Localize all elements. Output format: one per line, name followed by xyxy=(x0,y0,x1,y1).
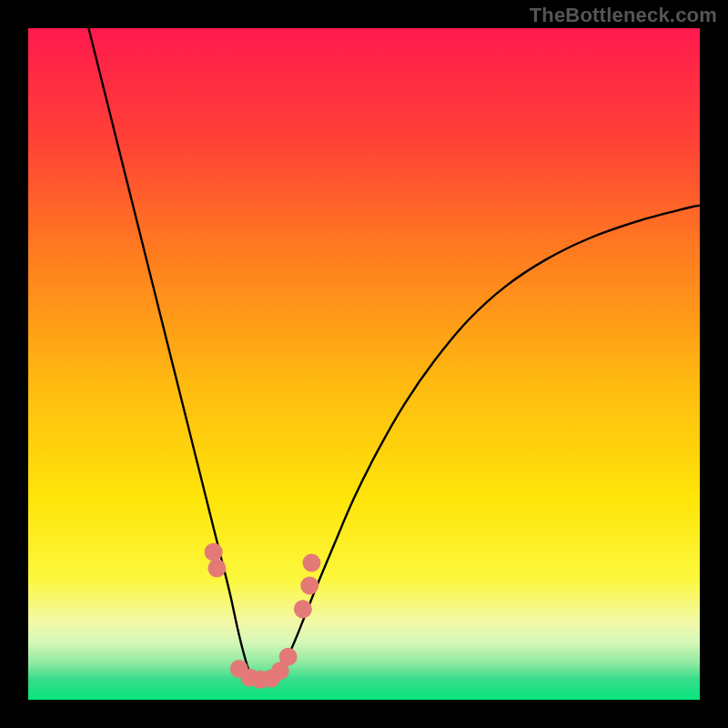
chart-svg xyxy=(28,28,700,700)
chart-frame: TheBottleneck.com xyxy=(0,0,728,728)
attribution-text: TheBottleneck.com xyxy=(530,4,717,27)
data-dot xyxy=(207,559,226,577)
gradient-background xyxy=(28,28,700,700)
data-dot xyxy=(302,553,320,571)
data-dot xyxy=(294,600,312,618)
data-dot xyxy=(205,543,223,561)
plot-area xyxy=(28,28,700,700)
data-dot xyxy=(300,577,318,595)
data-dot xyxy=(279,648,298,666)
